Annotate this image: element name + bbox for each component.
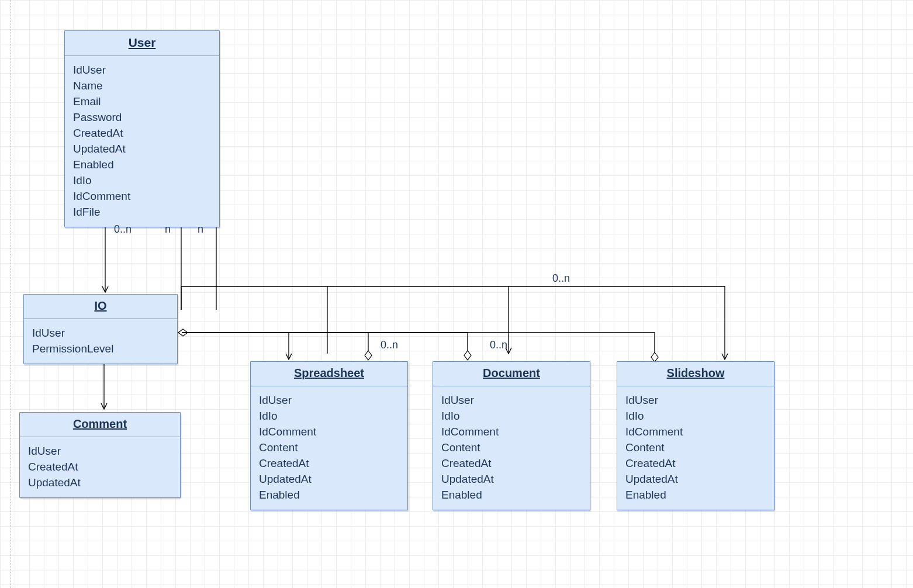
attr: Enabled [625,487,766,503]
attr: IdFile [73,204,211,220]
attr: Content [441,440,582,455]
attr: IdUser [28,443,172,459]
attr: UpdatedAt [441,471,582,487]
attr: CreatedAt [259,455,399,471]
attr: IdUser [625,392,766,408]
attr: IdIo [73,172,211,188]
attr: UpdatedAt [625,471,766,487]
attr: IdIo [625,408,766,424]
attr: Enabled [73,157,211,172]
edge-io-spreadsheet [178,333,289,359]
attr: IdComment [625,424,766,440]
diagram-canvas: User IdUser Name Email Password CreatedA… [0,0,913,588]
edge-io-document-diamond [182,333,468,351]
class-io[interactable]: IO IdUser PermissionLevel [23,294,178,364]
class-user-title: User [129,36,156,49]
attr: Password [73,109,211,125]
edge-io-slideshow-diamond [182,333,655,352]
class-comment[interactable]: Comment IdUser CreatedAt UpdatedAt [19,412,181,498]
attr: Email [73,94,211,109]
attr: IdUser [73,62,211,78]
mult-user-n1: n [165,223,171,236]
class-comment-title: Comment [73,417,127,430]
attr: Name [73,78,211,94]
class-slideshow[interactable]: Slideshow IdUser IdIo IdComment Content … [617,361,774,510]
attr: Enabled [259,487,399,503]
attr: UpdatedAt [259,471,399,487]
attr: IdComment [73,188,211,204]
attr: Content [259,440,399,455]
edge-user-slideshow [181,286,725,359]
class-slideshow-title: Slideshow [667,366,725,379]
attr: IdUser [441,392,582,408]
attr: IdUser [32,325,169,341]
attr: UpdatedAt [73,141,211,157]
class-user[interactable]: User IdUser Name Email Password CreatedA… [64,30,220,227]
class-spreadsheet-title: Spreadsheet [294,366,364,379]
attr: IdIo [441,408,582,424]
mult-top-right: 0..n [552,272,570,285]
class-comment-body: IdUser CreatedAt UpdatedAt [20,437,180,497]
attr: CreatedAt [625,455,766,471]
mult-spreadsheet: 0..n [381,339,398,351]
mult-user-io: 0..n [114,223,132,236]
attr: IdIo [259,408,399,424]
attr: PermissionLevel [32,341,169,357]
attr: CreatedAt [73,125,211,141]
class-slideshow-body: IdUser IdIo IdComment Content CreatedAt … [617,386,774,510]
class-document[interactable]: Document IdUser IdIo IdComment Content C… [433,361,590,510]
mult-user-n2: n [198,223,203,236]
class-document-title: Document [483,366,540,379]
mult-document: 0..n [490,339,507,351]
attr: IdComment [259,424,399,440]
class-spreadsheet[interactable]: Spreadsheet IdUser IdIo IdComment Conten… [250,361,408,510]
class-spreadsheet-body: IdUser IdIo IdComment Content CreatedAt … [251,386,407,510]
attr: Content [625,440,766,455]
attr: CreatedAt [441,455,582,471]
class-user-body: IdUser Name Email Password CreatedAt Upd… [65,56,219,227]
attr: Enabled [441,487,582,503]
attr: UpdatedAt [28,475,172,490]
attr: IdUser [259,392,399,408]
attr: CreatedAt [28,459,172,475]
edge-io-spreadsheet-diamond [182,333,368,351]
class-io-title: IO [94,299,106,312]
class-document-body: IdUser IdIo IdComment Content CreatedAt … [433,386,590,510]
class-io-body: IdUser PermissionLevel [24,319,177,364]
attr: IdComment [441,424,582,440]
